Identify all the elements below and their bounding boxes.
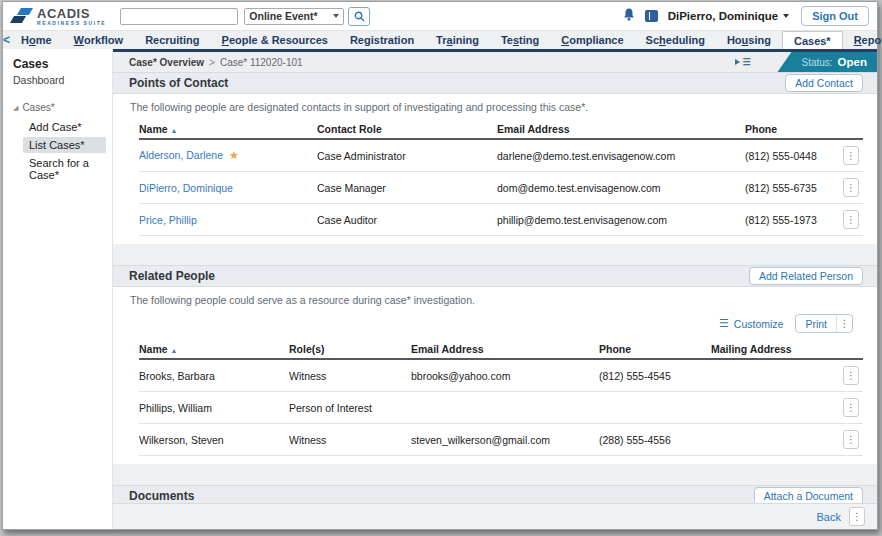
status-label: Status:	[801, 57, 832, 68]
section-title: Points of Contact	[129, 76, 228, 90]
sidebar-title: Cases	[13, 57, 106, 71]
column-header-phone[interactable]: Phone	[599, 341, 711, 359]
column-header-phone[interactable]: Phone	[745, 121, 833, 139]
search-icon	[354, 11, 365, 22]
column-header-mailing[interactable]: Mailing Address	[711, 341, 833, 359]
status-badge: Status: Open	[777, 52, 877, 72]
person-link[interactable]: Alderson, Darlene	[139, 149, 223, 161]
tab-testing[interactable]: Testing	[490, 31, 550, 49]
tab-registration[interactable]: Registration	[339, 31, 425, 49]
nav-bar: < HomeWorkflowRecruitingPeople & Resourc…	[3, 30, 877, 49]
search-scope-select[interactable]: Online Event*	[244, 8, 344, 25]
phone: (812) 555-1973	[745, 204, 833, 236]
column-header-email[interactable]: Email Address	[497, 121, 745, 139]
section-description: The following people are designated cont…	[129, 101, 863, 113]
customize-button[interactable]: ☰ Customize	[719, 318, 783, 330]
tab-reports-data-tools[interactable]: Reports & Data Tools	[843, 31, 882, 49]
column-header-name[interactable]: Name▲	[139, 121, 317, 139]
tab-workflow[interactable]: Workflow	[63, 31, 135, 49]
back-button[interactable]: Back	[817, 511, 841, 523]
row-menu-kebab-icon[interactable]	[843, 398, 859, 417]
roles: Person of Interest	[289, 392, 411, 424]
sort-asc-icon: ▲	[171, 127, 178, 134]
tab-compliance[interactable]: Compliance	[550, 31, 634, 49]
tab-recruiting[interactable]: Recruiting	[134, 31, 210, 49]
breadcrumb-separator: >	[209, 57, 215, 68]
acadis-logo: ACADIS READINESS SUITE	[9, 7, 106, 26]
print-menu-kebab-icon[interactable]	[836, 315, 852, 332]
search-button[interactable]	[348, 7, 370, 26]
roles: Witness	[289, 424, 411, 456]
tab-cases[interactable]: Cases*	[782, 31, 843, 49]
column-header-roles[interactable]: Role(s)	[289, 341, 411, 359]
nav-tabs: HomeWorkflowRecruitingPeople & Resources…	[10, 31, 882, 49]
contact-role: Case Auditor	[317, 204, 497, 236]
favorite-star-icon: ★	[229, 149, 239, 161]
tree-root-label: Cases*	[22, 102, 54, 113]
person-link[interactable]: DiPierro, Dominique	[139, 182, 233, 194]
sidebar-item-add-case[interactable]: Add Case*	[23, 119, 106, 135]
column-header-name[interactable]: Name▲	[139, 341, 289, 359]
mailing-address	[711, 392, 833, 424]
collapse-panel-icon[interactable]: ☰	[735, 57, 749, 67]
search-input[interactable]	[120, 8, 238, 25]
email-address: dom@demo.test.envisagenow.com	[497, 172, 745, 204]
section-documents: Documents Attach a Document Additional d…	[113, 485, 877, 503]
add-related-person-button[interactable]: Add Related Person	[749, 267, 863, 285]
footer-menu-kebab-icon[interactable]	[849, 507, 865, 526]
brand-tagline: READINESS SUITE	[37, 21, 106, 26]
person-name: Brooks, Barbara	[139, 359, 289, 392]
phone: (288) 555-4556	[599, 424, 711, 456]
row-menu-kebab-icon[interactable]	[843, 430, 859, 449]
sign-out-button[interactable]: Sign Out	[801, 6, 869, 26]
phone: (812) 555-4545	[599, 359, 711, 392]
table-row: Alderson, Darlene★ Case Administrator da…	[139, 139, 863, 172]
tab-training[interactable]: Training	[425, 31, 490, 49]
section-points-of-contact: Points of Contact Add Contact The follow…	[113, 72, 877, 244]
status-value: Open	[838, 56, 867, 68]
tab-home[interactable]: Home	[10, 31, 63, 49]
sidebar-item-search-case[interactable]: Search for a Case*	[23, 155, 106, 183]
email-address: bbrooks@yahoo.com	[411, 359, 599, 392]
scroll-content[interactable]: Points of Contact Add Contact The follow…	[113, 72, 877, 503]
section-related-people: Related People Add Related Person The fo…	[113, 265, 877, 464]
roles: Witness	[289, 359, 411, 392]
row-menu-kebab-icon[interactable]	[843, 146, 859, 165]
print-button-group: Print	[795, 314, 853, 333]
app-window: ACADIS READINESS SUITE Online Event* DiP…	[2, 1, 878, 530]
journal-panel-icon[interactable]	[645, 10, 658, 22]
table-row: Wilkerson, Steven Witness steven_wilkers…	[139, 424, 863, 456]
breadcrumb-current: Case* 112020-101	[220, 57, 303, 68]
sidebar-item-list-cases[interactable]: List Cases*	[23, 137, 106, 153]
column-header-email[interactable]: Email Address	[411, 341, 599, 359]
notifications-bell-icon[interactable]	[623, 7, 635, 25]
section-description: The following people could serve as a re…	[129, 294, 863, 306]
sidebar-item-dashboard[interactable]: Dashboard	[13, 74, 106, 86]
table-row: Price, Phillip Case Auditor phillip@demo…	[139, 204, 863, 236]
print-button[interactable]: Print	[796, 315, 836, 332]
section-title: Documents	[129, 489, 194, 503]
tab-housing[interactable]: Housing	[716, 31, 782, 49]
row-menu-kebab-icon[interactable]	[843, 210, 859, 229]
breadcrumb-parent[interactable]: Case* Overview	[129, 57, 204, 68]
brand-name: ACADIS	[37, 7, 106, 20]
row-menu-kebab-icon[interactable]	[843, 366, 859, 385]
tab-people-resources[interactable]: People & Resources	[211, 31, 339, 49]
footer-bar: Back	[113, 503, 877, 529]
user-name: DiPierro, Dominique	[668, 10, 779, 22]
attach-document-button[interactable]: Attach a Document	[754, 487, 863, 503]
person-name: Phillips, William	[139, 392, 289, 424]
tree-node-cases[interactable]: ◢ Cases*	[13, 102, 106, 113]
add-contact-button[interactable]: Add Contact	[785, 74, 863, 92]
mailing-address	[711, 424, 833, 456]
nav-back-chevron-icon[interactable]: <	[3, 31, 10, 49]
tab-scheduling[interactable]: Scheduling	[635, 31, 716, 49]
section-title: Related People	[129, 269, 215, 283]
user-menu[interactable]: DiPierro, Dominique	[668, 10, 790, 22]
related-people-table: Name▲ Role(s) Email Address Phone Mailin…	[139, 341, 863, 456]
person-link[interactable]: Price, Phillip	[139, 214, 197, 226]
column-header-contact-role[interactable]: Contact Role	[317, 121, 497, 139]
phone: (812) 555-0448	[745, 139, 833, 172]
row-menu-kebab-icon[interactable]	[843, 178, 859, 197]
table-row: Brooks, Barbara Witness bbrooks@yahoo.co…	[139, 359, 863, 392]
